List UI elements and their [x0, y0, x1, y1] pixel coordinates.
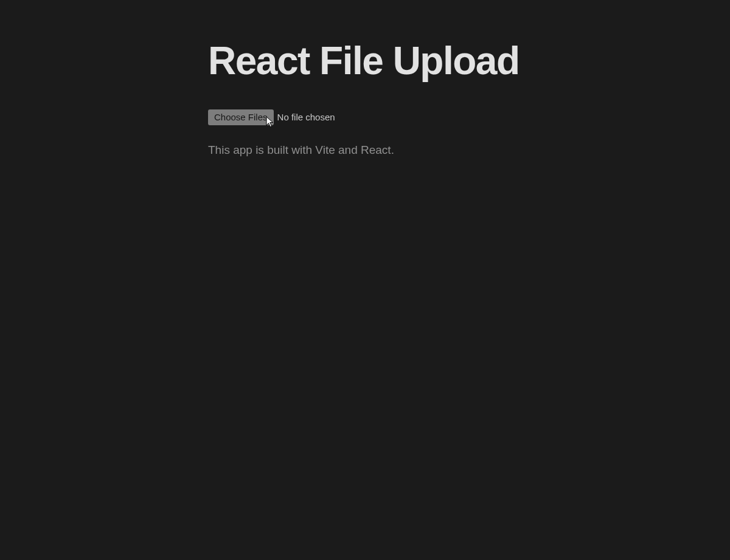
page-title: React File Upload: [208, 39, 520, 84]
file-status-text: No file chosen: [277, 112, 335, 123]
choose-files-button[interactable]: Choose Files: [208, 109, 274, 125]
main-container: React File Upload Choose Files No file c…: [208, 0, 573, 158]
app-description: This app is built with Vite and React.: [208, 142, 394, 159]
file-input-row: Choose Files No file chosen: [208, 109, 335, 125]
